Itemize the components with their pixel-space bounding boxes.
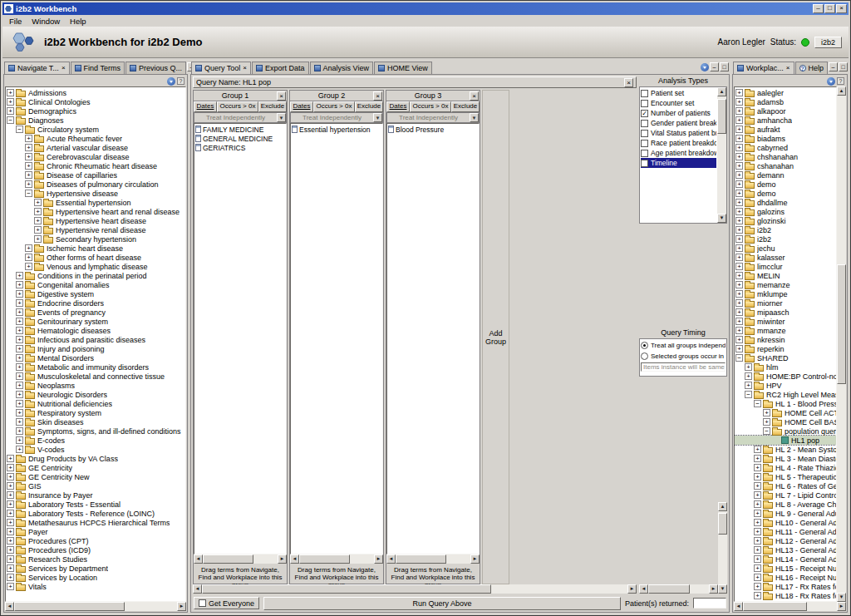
- tree-item-mental-disorders[interactable]: +Mental Disorders: [6, 353, 185, 362]
- scroll-left-button[interactable]: ◄: [290, 554, 299, 564]
- expand-icon[interactable]: +: [7, 98, 14, 106]
- tree-item-mklumpe[interactable]: +mklumpe: [735, 289, 836, 298]
- expand-icon[interactable]: +: [16, 400, 23, 407]
- expand-icon[interactable]: +: [16, 336, 23, 343]
- expand-icon[interactable]: +: [735, 226, 743, 234]
- run-query-button[interactable]: Run Query Above: [263, 597, 621, 610]
- tree-item-vitals[interactable]: +Vitals: [6, 582, 185, 591]
- tree-item-hl18-rx-rates-for-w[interactable]: +HL18 - Rx Rates for W: [735, 591, 836, 600]
- tree-item-disease-of-capillaries[interactable]: +Disease of capillaries: [6, 170, 185, 180]
- tree-item-hypertensive-disease[interactable]: −Hypertensive disease: [6, 189, 185, 198]
- tree-item-circulatory-system[interactable]: −Circulatory system: [6, 125, 185, 134]
- tree-item-hl-7-lipid-control-h[interactable]: +HL 7 - Lipid Control - H: [735, 490, 836, 500]
- expand-icon[interactable]: +: [735, 208, 743, 215]
- tree-item-home-bp-control-non-dial[interactable]: +HOME:BP Control-non-dial: [735, 372, 836, 381]
- tree-item-amhancha[interactable]: +amhancha: [735, 116, 836, 125]
- tree-item-other-forms-of-heart-disease[interactable]: +Other forms of heart disease: [6, 253, 185, 262]
- tree-item-dhdallme[interactable]: +dhdallme: [735, 198, 836, 207]
- scroll-thumb[interactable]: [718, 513, 727, 535]
- group-close-button[interactable]: ×: [277, 91, 286, 101]
- tree-item-mmanze[interactable]: +mmanze: [735, 326, 836, 335]
- tree-item-e-codes[interactable]: +E-codes: [6, 436, 185, 445]
- minimize-button[interactable]: [813, 4, 824, 13]
- panel-menu-icon[interactable]: [827, 77, 835, 86]
- tree-item-musculoskeletal-and-connective-tissue[interactable]: +Musculoskeletal and connective tissue: [6, 372, 185, 381]
- collapse-icon[interactable]: −: [745, 391, 752, 398]
- expand-icon[interactable]: +: [16, 372, 23, 380]
- checkbox[interactable]: [641, 160, 648, 167]
- analysis-option-race-patient-breakdown[interactable]: Race patient breakdown: [641, 138, 716, 148]
- expand-icon[interactable]: +: [16, 308, 23, 316]
- scrollbar-track[interactable]: [717, 96, 726, 214]
- tree-item-drug-products-by-va-class[interactable]: +Drug Products by VA Class: [6, 454, 185, 463]
- expand-icon[interactable]: +: [7, 564, 14, 572]
- tree-item-procedures-icd9[interactable]: +Procedures (ICD9): [6, 545, 185, 554]
- tree-item-conditions-in-the-perinatal-period[interactable]: +Conditions in the perinatal period: [6, 271, 185, 280]
- expand-icon[interactable]: +: [754, 537, 761, 545]
- tab-close-icon[interactable]: ×: [61, 65, 66, 71]
- scroll-left-button[interactable]: ◄: [386, 554, 396, 564]
- tab-analysis-view[interactable]: Analysis View: [310, 62, 373, 74]
- expand-icon[interactable]: +: [16, 391, 23, 398]
- scroll-thumb[interactable]: [299, 554, 350, 564]
- expand-icon[interactable]: +: [754, 555, 761, 563]
- minimize-panel-button[interactable]: –: [829, 62, 838, 71]
- tree-item-chshanahan[interactable]: +chshanahan: [735, 152, 836, 161]
- tree-item-diseases-of-pulmonary-circulation[interactable]: +Diseases of pulmonary circulation: [6, 180, 185, 189]
- checkbox[interactable]: [641, 120, 648, 127]
- tree-item-insurance-by-payer[interactable]: +Insurance by Payer: [6, 490, 185, 500]
- expand-icon[interactable]: +: [7, 455, 14, 462]
- expand-icon[interactable]: +: [754, 564, 761, 572]
- scroll-thumb[interactable]: [743, 602, 807, 611]
- tree-item-neurologic-disorders[interactable]: +Neurologic Disorders: [6, 390, 185, 399]
- expand-icon[interactable]: +: [25, 171, 32, 179]
- dates-button[interactable]: Dates: [194, 101, 217, 112]
- tree-item-hypertensive-heart-disease[interactable]: +Hypertensive heart disease: [6, 216, 185, 225]
- scroll-down-button[interactable]: ▼: [718, 584, 727, 594]
- expand-icon[interactable]: +: [34, 217, 42, 224]
- tree-item-respiratory-system[interactable]: +Respiratory system: [6, 408, 185, 417]
- analysis-option-age-patient-breakdown[interactable]: Age patient breakdown: [641, 148, 716, 158]
- tree-item-venous-and-lymphatic-disease[interactable]: +Venous and lymphatic disease: [6, 262, 185, 271]
- scrollbar-track[interactable]: [718, 511, 727, 584]
- checkbox[interactable]: [641, 100, 648, 107]
- query-close-button[interactable]: [624, 78, 633, 87]
- tree-item-alkapoor[interactable]: +alkapoor: [735, 106, 836, 116]
- tree-item-hl-4-rate-thiazide-d[interactable]: +HL 4 - Rate Thiazide D: [735, 463, 836, 472]
- tree-item-mipaasch[interactable]: +mipaasch: [735, 308, 836, 317]
- horizontal-scrollbar[interactable]: ◄►: [194, 554, 287, 564]
- group-item[interactable]: GERIATRICS: [195, 143, 285, 152]
- tree-item-nkressin[interactable]: +nkressin: [735, 335, 836, 344]
- horizontal-scrollbar[interactable]: ◄►: [734, 602, 846, 611]
- checkbox[interactable]: ✓: [641, 110, 648, 117]
- tree-item-demo[interactable]: +demo: [735, 180, 836, 189]
- scrollbar-track[interactable]: [396, 554, 470, 564]
- expand-icon[interactable]: +: [735, 254, 743, 261]
- expand-icon[interactable]: +: [7, 555, 14, 563]
- horizontal-scrollbar[interactable]: ◄►: [5, 602, 186, 611]
- expand-icon[interactable]: +: [735, 144, 743, 151]
- tree-item-metathesaurus-hcpcs-hierarchical-terms[interactable]: +Metathesaurus HCPCS Hierarchical Terms: [6, 518, 185, 527]
- scroll-thumb[interactable]: [14, 602, 125, 611]
- collapse-icon[interactable]: −: [754, 400, 761, 407]
- expand-icon[interactable]: +: [25, 244, 32, 252]
- expand-icon[interactable]: +: [735, 263, 743, 270]
- tree-item-demann[interactable]: +demann: [735, 170, 836, 180]
- expand-icon[interactable]: +: [34, 235, 42, 243]
- expand-icon[interactable]: +: [735, 345, 743, 352]
- help-icon[interactable]: ?: [837, 77, 844, 85]
- scroll-up-button[interactable]: ▲: [717, 87, 726, 96]
- scroll-down-button[interactable]: ▼: [717, 214, 726, 223]
- tree-item-payer[interactable]: +Payer: [6, 527, 185, 536]
- expand-icon[interactable]: +: [735, 327, 743, 334]
- collapse-icon[interactable]: −: [763, 427, 770, 435]
- exclude-button[interactable]: Exclude: [451, 101, 480, 112]
- tree-item-hl-1-blood-pressure[interactable]: −HL 1 - Blood Pressure: [735, 399, 836, 408]
- group-item[interactable]: Essential hypertension: [292, 125, 381, 134]
- tree-item-research-studies[interactable]: +Research Studies: [6, 554, 185, 564]
- timing-option-selected-groups-occur-in-the[interactable]: Selected groups occur in the: [641, 351, 726, 362]
- exclude-button[interactable]: Exclude: [258, 101, 287, 112]
- expand-icon[interactable]: +: [16, 409, 23, 416]
- expand-icon[interactable]: +: [735, 281, 743, 288]
- tree-item-acute-rheumatic-fever[interactable]: +Acute Rheumatic fever: [6, 134, 185, 143]
